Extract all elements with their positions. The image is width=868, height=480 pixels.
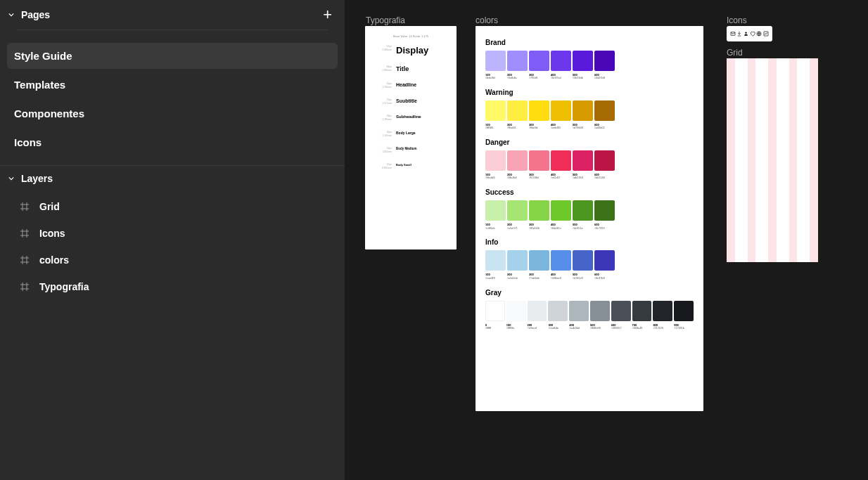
add-page-button[interactable]: + — [323, 7, 332, 22]
layer-row[interactable]: Icons — [7, 222, 338, 245]
color-swatch[interactable] — [594, 200, 615, 221]
layer-row[interactable]: colors — [7, 249, 338, 271]
color-swatch[interactable] — [594, 100, 615, 121]
type-scale-label: Headline — [396, 82, 451, 87]
layer-label: Grid — [39, 201, 60, 212]
swatch-label: 500#868e96 — [590, 323, 610, 330]
color-swatch[interactable] — [573, 250, 593, 271]
color-swatch[interactable] — [529, 150, 549, 171]
color-swatch[interactable] — [529, 100, 549, 121]
page-row[interactable]: Templates — [7, 72, 338, 98]
chevron-down-icon — [8, 172, 15, 183]
swatch-label: 900#17181b — [674, 323, 694, 330]
page-row[interactable]: Style Guide — [7, 43, 338, 69]
typografia-frame[interactable]: Base Value: 14 Scale: 1.175 57px2.09/rem… — [365, 26, 457, 249]
layer-row[interactable]: Grid — [7, 195, 338, 218]
page-row[interactable]: Componentes — [7, 100, 338, 127]
type-scale-meta: 19px1.28/rem — [371, 115, 396, 121]
color-swatch[interactable] — [594, 250, 615, 271]
canvas[interactable]: Typografia colors Icons Grid Base Value:… — [345, 0, 868, 480]
color-swatch[interactable] — [507, 51, 528, 71]
swatch-label-row: 100#beb3fd200#9e8dfa300#7f5cf6400#6c37ed… — [485, 73, 694, 80]
color-section-title: Warning — [485, 89, 694, 96]
frame-label-grid[interactable]: Grid — [727, 48, 743, 58]
color-swatch[interactable] — [611, 301, 631, 321]
color-swatch[interactable] — [674, 301, 694, 321]
color-swatch[interactable] — [485, 150, 506, 171]
layer-row[interactable]: Typografia — [7, 275, 338, 298]
color-swatch[interactable] — [485, 250, 506, 271]
swatch-label: 300#ffdc0d — [529, 123, 549, 130]
layers-panel-header[interactable]: Layers — [0, 166, 345, 191]
download-icon — [736, 31, 742, 37]
color-swatch[interactable] — [551, 200, 571, 221]
type-scale-label: Suubtitle — [396, 98, 451, 103]
pages-list: Style GuideTemplatesComponentesIcons — [0, 43, 345, 165]
color-swatch[interactable] — [573, 100, 593, 121]
swatch-label: 300#f5748d — [529, 173, 549, 180]
color-swatch[interactable] — [653, 301, 672, 321]
color-swatch[interactable] — [507, 100, 528, 121]
color-swatch[interactable] — [529, 200, 549, 221]
color-swatch[interactable] — [573, 150, 593, 171]
color-swatch[interactable] — [551, 250, 571, 271]
color-swatch[interactable] — [551, 150, 571, 171]
color-swatch[interactable] — [551, 51, 571, 71]
type-scale-label: Body Medium — [396, 147, 451, 150]
swatch-label: 300#7f5cf6 — [529, 73, 549, 80]
grid-frame[interactable] — [727, 58, 818, 262]
swatch-label: 600#3c37b8 — [594, 273, 615, 280]
grid-column — [755, 58, 768, 262]
swatch-label-row: 100#fdcdd6200#f8a4b4300#f5748d400#ef2d57… — [485, 173, 694, 180]
swatch-row — [485, 200, 694, 221]
color-swatch[interactable] — [507, 150, 528, 171]
color-swatch[interactable] — [529, 51, 549, 71]
color-swatch[interactable] — [551, 100, 571, 121]
pages-panel-header[interactable]: Pages + — [0, 0, 345, 30]
color-swatch[interactable] — [569, 301, 589, 321]
color-swatch[interactable] — [506, 301, 526, 321]
type-scale-row: 57px2.09/remDisplay — [371, 45, 451, 56]
typografia-header: Base Value: 14 Scale: 1.175 — [371, 34, 451, 38]
separator — [17, 30, 328, 30]
frame-label-colors[interactable]: colors — [476, 15, 498, 25]
color-swatch[interactable] — [594, 51, 615, 71]
swatch-row — [485, 51, 694, 71]
color-swatch[interactable] — [485, 100, 506, 121]
page-label: Componentes — [14, 108, 84, 119]
color-swatch[interactable] — [528, 301, 547, 321]
color-swatch[interactable] — [548, 301, 568, 321]
swatch-label: 600#4a07b8 — [594, 73, 615, 80]
color-swatch[interactable] — [485, 301, 505, 321]
page-row[interactable]: Icons — [7, 129, 338, 155]
color-swatch[interactable] — [573, 200, 593, 221]
frame-label-typografia[interactable]: Typografia — [366, 15, 405, 25]
type-scale-meta: 14px1.05/rem — [371, 147, 396, 153]
color-swatch[interactable] — [529, 250, 549, 271]
page-label: Style Guide — [14, 50, 72, 62]
color-swatch[interactable] — [507, 200, 528, 221]
globe-icon — [756, 31, 762, 37]
color-swatch[interactable] — [594, 150, 615, 171]
grid-column — [777, 58, 789, 262]
type-scale-row: 19px1.28/remSubheadline — [371, 115, 451, 121]
swatch-label: 600#495057 — [611, 323, 631, 330]
color-section-title: Info — [485, 238, 694, 246]
user-icon — [743, 31, 748, 37]
color-swatch[interactable] — [573, 51, 593, 71]
type-scale-meta: 22px1.57/rem — [371, 98, 396, 105]
color-swatch[interactable] — [485, 51, 506, 71]
type-scale-meta: 57px2.09/rem — [371, 45, 396, 51]
swatch-label: 600#3c7319 — [594, 223, 615, 230]
type-scale-row: 14px1.05/remBody Medium — [371, 147, 451, 153]
color-swatch[interactable] — [632, 301, 652, 321]
swatch-label: 400#6c37ed — [551, 73, 571, 80]
color-swatch[interactable] — [590, 301, 610, 321]
color-swatch[interactable] — [507, 250, 528, 271]
colors-frame[interactable]: Brand100#beb3fd200#9e8dfa300#7f5cf6400#6… — [476, 26, 703, 411]
icons-frame[interactable] — [727, 26, 772, 41]
frame-label-icons[interactable]: Icons — [727, 15, 747, 25]
color-swatch[interactable] — [485, 200, 506, 221]
swatch-label: 500#d79b00 — [573, 123, 593, 130]
layer-label: Typografia — [39, 281, 89, 292]
